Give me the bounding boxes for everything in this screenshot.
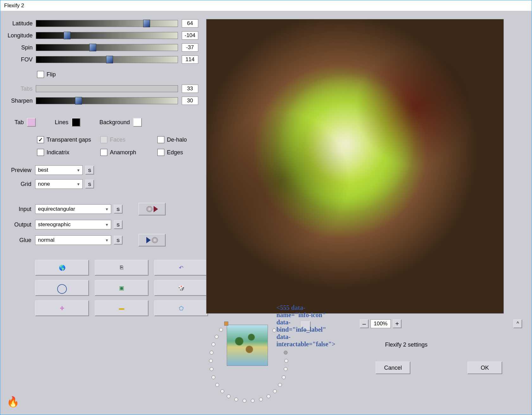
- ring-marker-icon[interactable]: [224, 322, 228, 326]
- transparent-gaps-checkbox[interactable]: [37, 136, 44, 143]
- zoom-in-button[interactable]: +: [393, 319, 402, 328]
- ring-dot-icon[interactable]: [278, 383, 282, 387]
- ring-dot-icon[interactable]: [234, 398, 238, 401]
- spin-slider[interactable]: [36, 44, 178, 51]
- ring-dot-icon[interactable]: [227, 394, 231, 398]
- globe-thumbnail[interactable]: [227, 325, 268, 366]
- ring-dot-icon[interactable]: [273, 389, 277, 393]
- ring-dot-icon[interactable]: [267, 394, 270, 398]
- ring-dot-icon[interactable]: [259, 398, 263, 401]
- edges-checkbox[interactable]: [157, 149, 164, 156]
- sharpen-value[interactable]: 30: [182, 97, 198, 105]
- transparent-gaps-label: Transparent gaps: [47, 137, 91, 143]
- cross-icon: ✚: [60, 305, 64, 312]
- sharpen-slider[interactable]: [36, 97, 178, 104]
- faces-checkbox: [100, 136, 107, 143]
- background-color-swatch[interactable]: [133, 118, 142, 127]
- sharpen-label: Sharpen: [0, 98, 36, 104]
- gem-icon: ⬠: [179, 305, 184, 312]
- ring-dot-icon[interactable]: [212, 342, 215, 346]
- ring-dot-icon[interactable]: [215, 383, 219, 387]
- grid-s-button[interactable]: S: [85, 180, 94, 188]
- globe-tool-button[interactable]: 🌎: [35, 260, 89, 276]
- ring-dot-icon[interactable]: [212, 375, 215, 379]
- fov-slider[interactable]: [36, 56, 178, 63]
- chevron-down-icon: ▾: [104, 207, 110, 212]
- fire-icon[interactable]: 🔥: [7, 396, 19, 408]
- preview-image[interactable]: [206, 19, 504, 314]
- disc-play-button[interactable]: [138, 203, 166, 215]
- ring-dot-icon[interactable]: [243, 399, 246, 403]
- undo-tool-button[interactable]: ↶: [154, 260, 208, 276]
- anamorph-checkbox[interactable]: [100, 149, 107, 156]
- ring-dot-icon[interactable]: [284, 359, 288, 363]
- ok-button[interactable]: OK: [467, 361, 502, 374]
- output-label: Output: [0, 221, 35, 228]
- brick-tool-button[interactable]: ▬: [95, 300, 149, 316]
- flip-row: Flip: [37, 71, 198, 78]
- ring-dot-icon[interactable]: [284, 351, 288, 354]
- edges-label: Edges: [167, 149, 183, 156]
- longitude-label: Longitude: [0, 32, 36, 39]
- square-icon: ▣: [119, 285, 124, 291]
- tab-color-label: Tab: [15, 119, 24, 126]
- zoom-out-button[interactable]: –: [360, 319, 369, 328]
- grid-select[interactable]: none▾: [35, 179, 83, 189]
- cancel-button[interactable]: Cancel: [376, 361, 410, 374]
- dice-icon: 🎲: [178, 285, 185, 291]
- ring-dot-icon[interactable]: [282, 375, 286, 379]
- cross-tool-button[interactable]: ✚: [35, 300, 89, 316]
- spin-value[interactable]: -37: [182, 43, 198, 52]
- ring-dot-icon[interactable]: [272, 329, 276, 332]
- globe-navigator: <555 data-name="info-icon" data-bind="in…: [206, 317, 290, 409]
- flip-checkbox[interactable]: [37, 71, 44, 78]
- app-window: Flexify 2 Latitude 64 Longitude -104 Spi…: [0, 0, 532, 415]
- copy-icon: ⎘: [120, 265, 123, 271]
- dehalo-checkbox[interactable]: [157, 136, 164, 143]
- latitude-slider[interactable]: [36, 20, 178, 27]
- copy-tool-button[interactable]: ⎘: [95, 260, 149, 276]
- caret-up-button[interactable]: ^: [513, 319, 522, 328]
- output-s-button[interactable]: S: [114, 220, 123, 229]
- ring-dot-icon[interactable]: [210, 351, 213, 354]
- ring-icon: ◯: [57, 283, 67, 294]
- zoom-controls: – 100% +: [360, 319, 402, 328]
- tool-grid: 🌎 ⎘ ↶ ◯ ▣ 🎲 ✚ ▬ ⬠: [35, 260, 198, 316]
- longitude-slider[interactable]: [36, 32, 178, 39]
- input-s-button[interactable]: S: [114, 205, 123, 214]
- square-tool-button[interactable]: ▣: [95, 280, 149, 296]
- info-button[interactable]: <555 data-name="info-icon" data-bind="in…: [301, 321, 311, 331]
- ring-dot-icon[interactable]: [219, 328, 223, 332]
- indicatrix-checkbox[interactable]: [37, 149, 44, 156]
- dice-tool-button[interactable]: 🎲: [154, 280, 208, 296]
- ring-dot-icon[interactable]: [209, 359, 213, 363]
- fov-row: FOV 114: [0, 55, 198, 64]
- preview-s-button[interactable]: S: [85, 166, 94, 175]
- fov-value[interactable]: 114: [182, 55, 198, 64]
- glue-s-button[interactable]: S: [114, 236, 123, 245]
- output-select[interactable]: stereographic▾: [35, 220, 111, 229]
- preview-select[interactable]: best▾: [35, 165, 83, 175]
- dehalo-label: De-halo: [167, 137, 187, 143]
- latitude-value[interactable]: 64: [182, 19, 198, 28]
- tabs-value[interactable]: 33: [182, 85, 198, 93]
- longitude-value[interactable]: -104: [182, 31, 198, 40]
- spin-label: Spin: [0, 44, 36, 51]
- ring-dot-icon[interactable]: [210, 367, 213, 371]
- lines-color-swatch[interactable]: [72, 118, 80, 127]
- input-select[interactable]: equirectangular▾: [35, 204, 111, 214]
- glue-select[interactable]: normal▾: [35, 235, 111, 245]
- gem-tool-button[interactable]: ⬠: [154, 300, 208, 316]
- zoom-value[interactable]: 100%: [370, 319, 391, 328]
- chevron-down-icon: ▾: [75, 168, 81, 173]
- ring-dot-icon[interactable]: [284, 367, 288, 371]
- ring-tool-button[interactable]: ◯: [35, 280, 89, 296]
- play-disc-button[interactable]: [138, 234, 166, 246]
- ring-dot-icon[interactable]: [215, 335, 218, 339]
- latitude-row: Latitude 64: [0, 19, 198, 28]
- tabs-row: Tabs 33: [0, 84, 198, 93]
- tab-color-swatch[interactable]: [27, 118, 36, 127]
- ring-dot-icon[interactable]: [220, 389, 224, 393]
- checkbox-grid: Transparent gaps Faces De-halo Indicatri…: [37, 136, 198, 156]
- ring-dot-icon[interactable]: [251, 399, 255, 403]
